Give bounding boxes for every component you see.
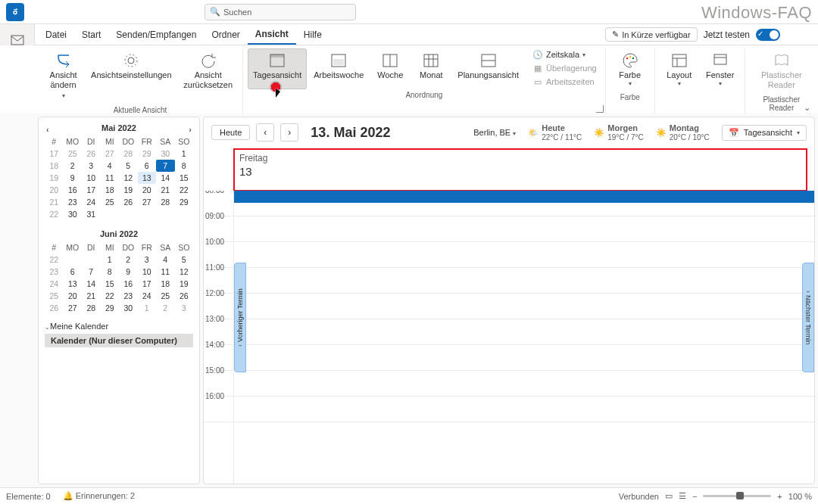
- minical-day[interactable]: 13: [138, 172, 157, 184]
- menu-ordner[interactable]: Ordner: [204, 24, 247, 45]
- menu-datei[interactable]: Datei: [38, 24, 74, 45]
- minical-day[interactable]: 7: [82, 266, 101, 278]
- today-button[interactable]: Heute: [211, 125, 250, 140]
- minical-day[interactable]: 22: [101, 290, 120, 302]
- minical-day[interactable]: 22: [175, 184, 194, 196]
- prev-appointment-handle[interactable]: ‹Vorheriger Termin: [234, 263, 246, 372]
- zoom-slider[interactable]: [703, 495, 771, 497]
- minical-day[interactable]: 18: [156, 278, 175, 290]
- menu-senden[interactable]: Senden/Empfangen: [108, 24, 204, 45]
- minical-day[interactable]: 30: [119, 302, 138, 314]
- month-view-button[interactable]: Monat: [411, 48, 451, 89]
- search-box[interactable]: 🔍 Suchen: [204, 4, 356, 20]
- minical-day[interactable]: 9: [119, 266, 138, 278]
- timescale-button[interactable]: 🕓Zeitskala▾: [529, 48, 601, 62]
- weather-tomorrow[interactable]: ☀️Morgen19°C / 7°C: [594, 123, 643, 141]
- minical-day[interactable]: 5: [175, 254, 194, 266]
- minical-next[interactable]: ›: [187, 123, 193, 135]
- minical-day[interactable]: 11: [101, 172, 120, 184]
- day-header[interactable]: Freitag 13: [234, 149, 807, 191]
- day-column[interactable]: ‹Vorheriger Termin ›Nächster Termin: [234, 191, 814, 484]
- menu-hilfe[interactable]: Hilfe: [296, 24, 329, 45]
- minical-day[interactable]: 31: [82, 208, 101, 220]
- minical-day[interactable]: 12: [119, 172, 138, 184]
- color-button[interactable]: Farbe▾: [610, 48, 650, 92]
- minical-day[interactable]: 16: [119, 278, 138, 290]
- minical-day[interactable]: 2: [119, 254, 138, 266]
- menu-ansicht[interactable]: Ansicht: [248, 24, 296, 45]
- next-appointment-handle[interactable]: ›Nächster Termin: [802, 263, 814, 372]
- minical-day[interactable]: 3: [138, 254, 157, 266]
- minical-day[interactable]: 4: [101, 160, 120, 172]
- minical-day[interactable]: 10: [82, 172, 101, 184]
- calendar-item[interactable]: Kalender (Nur dieser Computer): [45, 334, 193, 347]
- minical-day[interactable]: 14: [82, 278, 101, 290]
- view-normal-icon[interactable]: ▭: [665, 491, 673, 501]
- minical-day[interactable]: 18: [101, 184, 120, 196]
- minical-day[interactable]: 26: [175, 290, 194, 302]
- view-settings-button[interactable]: Ansichtseinstellungen: [86, 48, 176, 104]
- minical-day[interactable]: 3: [82, 160, 101, 172]
- change-view-button[interactable]: Ansichtändern ▾: [42, 48, 84, 104]
- minical-day[interactable]: 26: [119, 196, 138, 208]
- minical-day[interactable]: 24: [82, 196, 101, 208]
- coming-soon-button[interactable]: ✎In Kürze verfügbar: [605, 27, 698, 42]
- my-calendars-header[interactable]: ⌄Meine Kalender: [45, 322, 193, 331]
- minical-day[interactable]: 27: [101, 148, 120, 160]
- collapse-ribbon-icon[interactable]: ⌄: [804, 103, 810, 113]
- prev-day-button[interactable]: ‹: [256, 123, 274, 142]
- minical-day[interactable]: [82, 254, 101, 266]
- minical-day[interactable]: 30: [64, 208, 83, 220]
- minical-day[interactable]: 14: [156, 172, 175, 184]
- minical-day[interactable]: 17: [82, 184, 101, 196]
- minical-day[interactable]: [138, 208, 157, 220]
- minical-day[interactable]: 21: [156, 184, 175, 196]
- minical-day[interactable]: 6: [64, 266, 83, 278]
- weather-today[interactable]: 🌤️Heute22°C / 11°C: [528, 123, 582, 141]
- minical-day[interactable]: 29: [138, 148, 157, 160]
- day-view-button[interactable]: Tagesansicht: [248, 48, 307, 89]
- minical-day[interactable]: 1: [101, 254, 120, 266]
- arrangement-dialog-launcher[interactable]: [596, 105, 604, 113]
- minical-day[interactable]: 15: [101, 278, 120, 290]
- minical-day[interactable]: 15: [175, 172, 194, 184]
- minical-day[interactable]: 7: [156, 160, 175, 172]
- minical-day[interactable]: 10: [138, 266, 157, 278]
- minical-day[interactable]: 28: [156, 196, 175, 208]
- minical-day[interactable]: 29: [101, 302, 120, 314]
- view-list-icon[interactable]: ☰: [679, 491, 686, 501]
- minical-day[interactable]: 16: [64, 184, 83, 196]
- schedule-view-button[interactable]: Planungsansicht: [452, 48, 524, 89]
- menu-start[interactable]: Start: [74, 24, 108, 45]
- minical-day[interactable]: 25: [64, 148, 83, 160]
- minical-day[interactable]: 25: [156, 290, 175, 302]
- minical-day[interactable]: 2: [156, 302, 175, 314]
- minical-day[interactable]: 26: [82, 148, 101, 160]
- minical-day[interactable]: 8: [101, 266, 120, 278]
- window-button[interactable]: Fenster▾: [701, 48, 740, 92]
- minical-day[interactable]: 9: [64, 172, 83, 184]
- minical-day[interactable]: 24: [138, 290, 157, 302]
- try-now-toggle[interactable]: [756, 29, 780, 41]
- minical-day[interactable]: 29: [175, 196, 194, 208]
- minical-day[interactable]: 12: [175, 266, 194, 278]
- minical-day[interactable]: 3: [175, 302, 194, 314]
- minical-day[interactable]: 19: [119, 184, 138, 196]
- minical-day[interactable]: [64, 254, 83, 266]
- view-picker[interactable]: 📅Tagesansicht▾: [722, 125, 807, 141]
- minical-day[interactable]: 17: [138, 278, 157, 290]
- minical-day[interactable]: 30: [156, 148, 175, 160]
- minical-day[interactable]: 1: [175, 148, 194, 160]
- minical-day[interactable]: 23: [119, 290, 138, 302]
- weather-day3[interactable]: ☀️Montag20°C / 10°C: [656, 123, 710, 141]
- reset-view-button[interactable]: Ansichtzurücksetzen: [178, 48, 238, 104]
- minical-day[interactable]: 1: [138, 302, 157, 314]
- next-day-button[interactable]: ›: [280, 123, 298, 142]
- minical-day[interactable]: [101, 208, 120, 220]
- minical-day[interactable]: 28: [82, 302, 101, 314]
- minical-day[interactable]: 4: [156, 254, 175, 266]
- minical-day[interactable]: [156, 208, 175, 220]
- week-view-button[interactable]: Woche: [370, 48, 410, 89]
- minical-day[interactable]: 13: [64, 278, 83, 290]
- minical-day[interactable]: 20: [64, 290, 83, 302]
